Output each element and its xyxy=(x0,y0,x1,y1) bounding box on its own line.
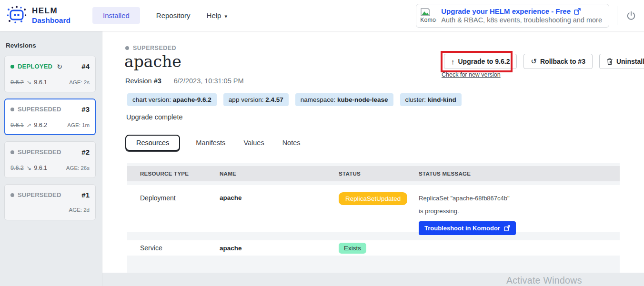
rollback-icon: ↺ xyxy=(531,57,537,66)
resource-name-cell: apache xyxy=(220,194,339,201)
tab-notes[interactable]: Notes xyxy=(273,135,310,150)
revision-age: AGE: 2d xyxy=(69,207,90,213)
header-divider xyxy=(617,6,617,25)
resource-type-cell: Deployment xyxy=(140,194,220,202)
version-change: 9.6.2 ↘ 9.6.1 xyxy=(10,164,47,171)
version-arrow-icon: ↘ xyxy=(26,79,31,86)
col-status: STATUS xyxy=(339,171,419,177)
shutdown-button[interactable] xyxy=(626,10,636,21)
version-change: 9.6.1 ↗ 9.6.2 xyxy=(10,121,47,128)
external-link-icon xyxy=(574,8,581,15)
resource-status-cell: Exists xyxy=(339,243,419,254)
chevron-down-icon: ▾ xyxy=(225,13,228,19)
status-badge: ReplicaSetUpdated xyxy=(339,192,407,205)
nav-help-dropdown[interactable]: Help ▾ xyxy=(207,11,228,20)
table-row: Deployment apache ReplicaSetUpdated Repl… xyxy=(127,185,620,232)
app-version-chip: app version: 2.4.57 xyxy=(223,93,289,106)
version-arrow-icon: ↘ xyxy=(26,165,31,171)
chart-version-chip: chart version: apache-9.6.2 xyxy=(127,93,217,106)
resource-type-cell: Service xyxy=(140,244,220,252)
tab-manifests[interactable]: Manifests xyxy=(187,135,234,150)
revision-status: SUPERSEDED xyxy=(10,106,61,113)
tab-values[interactable]: Values xyxy=(234,135,273,150)
brand-title: HELM xyxy=(32,6,70,16)
revision-status: DEPLOYED ↻ xyxy=(10,63,62,70)
revision-number: #2 xyxy=(81,148,90,156)
trash-icon xyxy=(606,58,613,65)
col-name: NAME xyxy=(220,171,339,177)
release-actions: ↑ Upgrade to 9.6.2 ↺ Rollback to #3 Unin… xyxy=(444,54,644,69)
release-description: Upgrade complete xyxy=(126,113,183,121)
col-status-message: STATUS MESSAGE xyxy=(419,171,620,177)
release-status-badge: SUPERSEDED xyxy=(125,45,176,51)
release-detail-panel: SUPERSEDED apache Revision #3 6/2/2023, … xyxy=(102,31,644,273)
status-dot-icon xyxy=(10,193,14,197)
revisions-heading: Revisions xyxy=(6,42,96,49)
revision-timestamp: 6/2/2023, 10:31:05 PM xyxy=(174,77,244,85)
helm-dashboard-screen: HELM Dashboard Installed Repository Help… xyxy=(0,0,644,286)
status-dot-icon xyxy=(125,46,129,50)
external-link-icon xyxy=(504,225,510,231)
upgrade-button[interactable]: ↑ Upgrade to 9.6.2 xyxy=(444,54,517,69)
revision-status: SUPERSEDED xyxy=(10,148,61,156)
release-title: apache xyxy=(124,52,181,71)
revision-number: #3 xyxy=(81,105,90,113)
namespace-chip: namespace: kube-node-lease xyxy=(295,93,393,106)
reconfigure-icon[interactable]: ↻ xyxy=(57,63,62,70)
brand-subtitle: Dashboard xyxy=(32,16,70,25)
activate-windows-watermark: Activate Windows xyxy=(506,275,582,286)
nav-installed[interactable]: Installed xyxy=(92,7,140,24)
revision-card-2[interactable]: SUPERSEDED #2 9.6.2 ↘ 9.6.1 AGE: 26s xyxy=(4,141,96,178)
revision-age: AGE: 1m xyxy=(67,122,90,128)
revision-status: SUPERSEDED xyxy=(10,191,61,198)
nav-help-label: Help xyxy=(207,11,221,20)
check-new-version-link[interactable]: Check for new version xyxy=(442,71,501,78)
revision-number: #4 xyxy=(81,62,90,70)
status-message-text: ReplicaSet "apache-68fb867c4b" is progre… xyxy=(419,192,514,217)
brand-text: HELM Dashboard xyxy=(32,6,70,25)
status-badge: Exists xyxy=(339,243,366,254)
version-arrow-icon: ↗ xyxy=(26,122,31,128)
banner-subtitle: Auth & RBAC, k8s events, troubleshooting… xyxy=(441,16,602,24)
table-header-row: RESOURCE TYPE NAME STATUS STATUS MESSAGE xyxy=(127,166,620,181)
top-bar: HELM Dashboard Installed Repository Help… xyxy=(0,0,644,31)
release-meta-chips: chart version: apache-9.6.2 app version:… xyxy=(127,93,462,106)
tab-resources[interactable]: Resources xyxy=(125,135,180,151)
status-message-cell: ReplicaSet "apache-68fb867c4b" is progre… xyxy=(419,194,620,235)
revision-card-4[interactable]: DEPLOYED ↻ #4 9.6.2 ↘ 9.6.1 AGE: 2s xyxy=(4,56,96,92)
rollback-button[interactable]: ↺ Rollback to #3 xyxy=(523,54,593,69)
version-change: 9.6.2 ↘ 9.6.1 xyxy=(10,79,47,86)
arrow-up-icon: ↑ xyxy=(451,58,455,66)
helm-dashboard-logo[interactable]: HELM Dashboard xyxy=(0,5,70,27)
broken-image-icon xyxy=(420,8,431,17)
resource-name-cell: apache xyxy=(220,245,339,252)
troubleshoot-komodor-button[interactable]: Troubleshoot in Komodor xyxy=(419,221,516,235)
broken-image-alt-text: Komod xyxy=(420,17,436,23)
revision-card-3-selected[interactable]: SUPERSEDED #3 9.6.1 ↗ 9.6.2 AGE: 1m xyxy=(4,99,96,135)
revisions-sidebar: Revisions DEPLOYED ↻ #4 9.6.2 ↘ 9.6.1 AG… xyxy=(0,31,102,286)
col-resource-type: RESOURCE TYPE xyxy=(140,171,220,177)
resource-status-cell: ReplicaSetUpdated xyxy=(339,194,419,205)
detail-tabs: Resources Manifests Values Notes xyxy=(125,135,310,151)
status-dot-icon xyxy=(10,108,14,111)
banner-title: Upgrade your HELM experience - Free xyxy=(441,7,571,15)
status-dot-icon xyxy=(10,150,14,154)
revision-age: AGE: 2s xyxy=(69,79,90,85)
revision-meta: Revision #3 6/2/2023, 10:31:05 PM xyxy=(125,77,244,85)
revision-number: #1 xyxy=(81,191,90,199)
resources-table: RESOURCE TYPE NAME STATUS STATUS MESSAGE… xyxy=(127,163,620,273)
cluster-chip: cluster: kind-kind xyxy=(400,93,462,106)
top-nav: Installed Repository Help ▾ xyxy=(92,7,227,24)
banner-text: Upgrade your HELM experience - Free Auth… xyxy=(441,7,602,24)
uninstall-button[interactable]: Uninstall xyxy=(599,54,644,69)
revision-card-1[interactable]: SUPERSEDED #1 AGE: 2d xyxy=(4,184,96,220)
nav-repository[interactable]: Repository xyxy=(156,11,191,20)
helm-robot-icon xyxy=(6,5,28,27)
power-icon xyxy=(626,10,636,21)
broken-image-placeholder: Komod xyxy=(420,8,436,23)
revision-label: Revision #3 xyxy=(125,77,161,85)
revision-age: AGE: 26s xyxy=(66,165,90,171)
komodor-upgrade-banner[interactable]: Komod Upgrade your HELM experience - Fre… xyxy=(416,4,609,28)
table-row: Service apache Exists xyxy=(127,240,620,256)
status-dot-icon xyxy=(10,65,14,69)
